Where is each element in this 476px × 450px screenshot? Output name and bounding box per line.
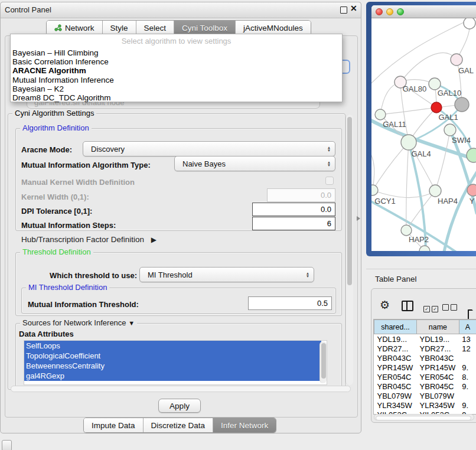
control-panel-titlebar [0, 2, 361, 18]
splitter-handle-icon[interactable] [357, 216, 360, 221]
which-threshold-value: MI Threshold [140, 270, 302, 279]
table-cell: YBL079W [374, 391, 417, 400]
hub-section-toggle[interactable]: Hub/Transcription Factor Definition ▶ [21, 235, 157, 244]
algorithm-option[interactable]: Dream8 DC_TDC Algorithm [11, 93, 342, 102]
select-all-columns-icon[interactable]: ✓✓ [423, 302, 440, 313]
tab-network[interactable]: Network [47, 21, 103, 35]
which-threshold-combo[interactable]: MI Threshold ▲▼ [139, 267, 314, 282]
table-row[interactable]: YER054CYER054C8. [374, 372, 476, 381]
table-horizontal-scrollbar[interactable] [374, 414, 474, 420]
network-node-swi4[interactable] [444, 124, 456, 136]
mi-type-label: Mutual Information Algorithm Type: [21, 161, 151, 169]
stepper-icon: ▲▼ [323, 161, 335, 167]
tab-infer-network[interactable]: Infer Network [213, 418, 276, 432]
mi-steps-field[interactable]: 6 [252, 217, 335, 230]
mi-type-combo[interactable]: Naive Bayes ▲▼ [174, 156, 335, 171]
node-label: GAL80 [403, 84, 426, 93]
expand-right-icon: ▶ [151, 236, 157, 244]
data-attribute-item[interactable]: BetweennessCentrality [24, 361, 321, 371]
node-table[interactable]: shared...nameAYDL19...YDL19...13YDR27...… [373, 319, 476, 415]
manual-kernel-checkbox[interactable] [325, 177, 334, 185]
table-cell: 12 [459, 344, 476, 353]
network-node-gal10[interactable] [429, 78, 441, 90]
table-row[interactable]: YBR045CYBR045C9. [374, 381, 476, 391]
data-attributes-list: SelfLoopsTopologicalCoefficientBetweenne… [24, 340, 327, 385]
network-node[interactable] [455, 97, 469, 112]
algorithm-option[interactable]: Mutual Information Inference [11, 76, 342, 84]
dock-panel-icon[interactable] [2, 440, 12, 450]
data-attribute-item[interactable]: TopologicalCoefficient [24, 351, 321, 361]
table-panel-title: Table Panel [375, 275, 417, 283]
settings-gear-icon[interactable]: ⚙ [380, 298, 390, 312]
bottom-tab-bar: Impute DataDiscretize DataInfer Network [83, 418, 276, 433]
algorithm-option[interactable]: Bayesian – Hill Climbing [11, 48, 342, 57]
table-cell: YBR043C [417, 353, 459, 363]
table-row[interactable]: YBR043CYBR043C [374, 353, 476, 363]
network-node-gal11[interactable] [375, 109, 386, 120]
tab-select[interactable]: Select [136, 21, 175, 35]
network-canvas[interactable]: GALGAL80GAL10GAL1GAL11SWI4GAL4GCY1HAP4YH… [371, 18, 476, 251]
settings-horizontal-scrollbar[interactable] [11, 386, 351, 392]
aracne-mode-value: Discovery [83, 145, 323, 154]
attributes-list-scrollbar[interactable] [319, 341, 327, 383]
node-label: GAL10 [438, 89, 461, 97]
close-traffic-light-icon[interactable] [376, 8, 383, 15]
tab-discretize-data[interactable]: Discretize Data [144, 418, 214, 432]
table-row[interactable]: YBL079WYBL079W [374, 391, 476, 400]
deselect-all-columns-icon[interactable] [442, 302, 459, 313]
minimize-traffic-light-icon[interactable] [386, 8, 393, 15]
zoom-traffic-light-icon[interactable] [397, 8, 404, 15]
network-node[interactable] [467, 148, 476, 162]
network-node-gcy1[interactable] [371, 185, 378, 195]
table-row[interactable]: YDR27...YDR27...12 [374, 344, 476, 353]
table-row[interactable]: YPR145WYPR145W9. [374, 363, 476, 372]
node-label: HAP4 [438, 197, 458, 206]
network-node-gal[interactable] [451, 54, 462, 66]
network-node-gal4[interactable] [401, 135, 416, 150]
dpi-tolerance-label: DPI Tolerance [0,1]: [21, 207, 92, 216]
column-layout-icon[interactable] [402, 301, 413, 311]
network-node-hap2[interactable] [401, 225, 412, 236]
tab-cyni-toolbox[interactable]: Cyni Toolbox [174, 21, 236, 35]
sources-group-title[interactable]: Sources for Network Inference ▼ [20, 318, 137, 327]
table-cell: 9. [459, 381, 476, 391]
close-icon[interactable]: ✕ [350, 4, 357, 13]
gray-edge[interactable] [371, 145, 374, 190]
dpi-tolerance-field[interactable]: 0.0 [252, 203, 335, 216]
tab-style[interactable]: Style [103, 21, 136, 35]
float-window-icon[interactable] [340, 6, 347, 14]
data-attribute-item[interactable]: SelfLoops [24, 341, 321, 351]
network-window[interactable]: GALGAL80GAL10GAL1GAL11SWI4GAL4GCY1HAP4YH… [371, 5, 476, 251]
tab-impute-data[interactable]: Impute Data [84, 418, 144, 432]
kernel-width-field[interactable]: 0.0 [267, 188, 335, 202]
data-attribute-item[interactable]: gal4RGexp [24, 371, 321, 381]
algorithm-option[interactable]: Bayesian – K2 [11, 84, 342, 93]
algorithm-option[interactable]: ARACNE Algorithm [11, 66, 342, 75]
table-column-header[interactable]: A [459, 320, 476, 334]
aracne-mode-combo[interactable]: Discovery ▲▼ [83, 141, 335, 156]
table-column-header[interactable]: name [417, 320, 459, 334]
gray-edge[interactable] [373, 142, 409, 190]
gray-edge[interactable] [435, 130, 450, 191]
teal-edge[interactable] [444, 171, 476, 251]
table-column-header[interactable]: shared... [374, 320, 417, 334]
gray-edge[interactable] [380, 107, 436, 115]
gray-edge[interactable] [406, 142, 409, 230]
network-node-y[interactable] [467, 184, 476, 196]
table-row[interactable]: YDL19...YDL19...13 [374, 334, 476, 344]
network-window-titlebar[interactable] [371, 5, 476, 18]
tab-label: Style [110, 24, 128, 32]
gray-edge[interactable] [400, 53, 457, 82]
table-row[interactable]: YLR345WYLR345W9. [374, 400, 476, 410]
network-node-gal1[interactable] [431, 102, 442, 113]
mi-threshold-field[interactable]: 0.5 [248, 296, 332, 310]
settings-vertical-scrollbar[interactable] [345, 115, 353, 385]
node-label: SWI4 [452, 136, 471, 145]
network-node[interactable] [464, 18, 475, 29]
algorithm-option[interactable]: Basic Correlation Inference [11, 57, 342, 66]
table-cell: YBR045C [374, 381, 417, 391]
network-node-hap4[interactable] [429, 185, 441, 197]
tab-jactivemnodules[interactable]: jActiveMNodules [236, 21, 311, 35]
table-cell: YER054C [417, 372, 459, 381]
apply-button[interactable]: Apply [158, 399, 201, 413]
